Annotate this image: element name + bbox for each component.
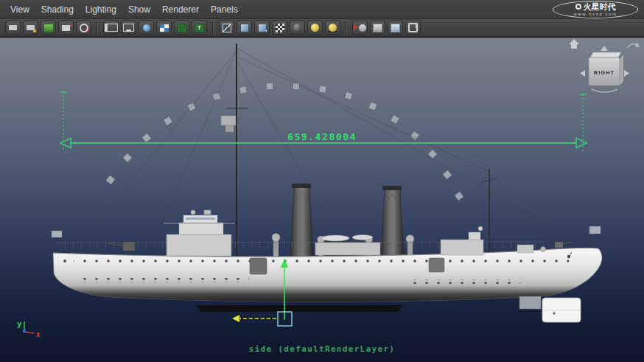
default-light-icon[interactable] — [307, 21, 323, 35]
gate-mask-icon[interactable] — [139, 21, 154, 35]
menu-shading[interactable]: Shading — [35, 1, 80, 18]
y-axis-label: y — [17, 319, 22, 329]
brand-logo: 火星时代 www.hxsd.com — [553, 1, 638, 18]
xray-joints-icon[interactable] — [388, 21, 403, 35]
plug-icon[interactable] — [405, 21, 421, 35]
cube-arrow-left[interactable] — [580, 70, 585, 77]
smooth-shade-icon[interactable] — [237, 21, 252, 35]
curve-cv-markers[interactable] — [106, 83, 464, 201]
brand-website: www.hxsd.com — [573, 12, 617, 16]
xray-icon[interactable] — [370, 21, 385, 35]
menu-renderer[interactable]: Renderer — [156, 1, 205, 18]
manipulator-x-arrow[interactable] — [232, 315, 239, 322]
brand-logo-row: 火星时代 — [575, 3, 616, 11]
keel-bar — [196, 305, 402, 312]
safe-action-icon[interactable] — [174, 21, 189, 35]
cube-arrow-up[interactable] — [601, 46, 608, 51]
bridge-superstructure[interactable] — [164, 210, 234, 256]
resolution-gate-icon[interactable] — [121, 21, 136, 35]
cube-top-face[interactable] — [590, 52, 621, 58]
wireframe-icon[interactable] — [219, 21, 234, 35]
viewport[interactable]: 659.428004 RIGHT — [0, 37, 644, 362]
select-camera-icon[interactable] — [5, 21, 21, 35]
no-lights-icon[interactable] — [290, 21, 305, 35]
menu-show[interactable]: Show — [122, 1, 156, 18]
camera-attributes-icon[interactable] — [23, 21, 38, 35]
rigging-lines — [74, 48, 582, 251]
viewport-canvas: 659.428004 RIGHT — [0, 38, 644, 362]
stern-appendage[interactable] — [514, 295, 581, 322]
view-label: side (defaultRenderLayer) — [249, 344, 396, 354]
bookmarks-icon[interactable] — [41, 21, 56, 35]
panel-menu-bar: View Shading Lighting Show Renderer Pane… — [0, 0, 644, 19]
menu-panels[interactable]: Panels — [205, 1, 244, 18]
view-cube[interactable]: RIGHT — [569, 39, 640, 92]
ship-model[interactable] — [44, 43, 612, 322]
cube-arrow-right[interactable] — [624, 70, 629, 77]
field-chart-icon[interactable] — [156, 21, 172, 35]
toolbar-separator — [97, 22, 98, 34]
stern-crest — [63, 260, 66, 262]
home-icon[interactable] — [569, 39, 579, 44]
textured-icon[interactable] — [254, 21, 270, 35]
x-axis-label: x — [36, 330, 41, 338]
use-default-material-icon[interactable] — [272, 21, 287, 35]
image-plane-icon[interactable] — [58, 21, 74, 35]
axis-indicator: y x — [17, 319, 41, 338]
cube-roll-arc[interactable] — [592, 89, 617, 92]
z-axis-dot — [23, 330, 26, 333]
isolate-select-icon[interactable] — [352, 21, 368, 35]
menu-lighting[interactable]: Lighting — [80, 1, 122, 18]
measure-arrow-right — [576, 139, 587, 148]
brand-name: 火星时代 — [584, 3, 616, 11]
casemate-aft — [429, 258, 444, 272]
film-gate-icon[interactable] — [103, 21, 119, 35]
measurement-value[interactable]: 659.428004 — [287, 131, 357, 142]
casemate-fore — [250, 258, 267, 274]
distance-measurement[interactable]: 659.428004 — [60, 92, 587, 151]
panel-toolbar — [0, 19, 644, 37]
menu-view[interactable]: View — [4, 1, 35, 18]
planet-ring-icon — [575, 4, 581, 10]
cube-side-face[interactable] — [620, 55, 623, 86]
safe-title-icon[interactable] — [192, 21, 207, 35]
toolbar-separator — [346, 22, 347, 34]
deckhouses-and-boats — [315, 226, 546, 255]
cube-face-label[interactable]: RIGHT — [594, 69, 615, 76]
all-lights-icon[interactable] — [325, 21, 340, 35]
2d-pan-zoom-icon[interactable] — [76, 21, 91, 35]
measure-arrow-left — [60, 139, 71, 148]
home-icon-body[interactable] — [571, 44, 577, 49]
fore-mast[interactable] — [221, 43, 248, 259]
toolbar-separator — [212, 22, 214, 34]
maya-window: View Shading Lighting Show Renderer Pane… — [0, 0, 644, 362]
